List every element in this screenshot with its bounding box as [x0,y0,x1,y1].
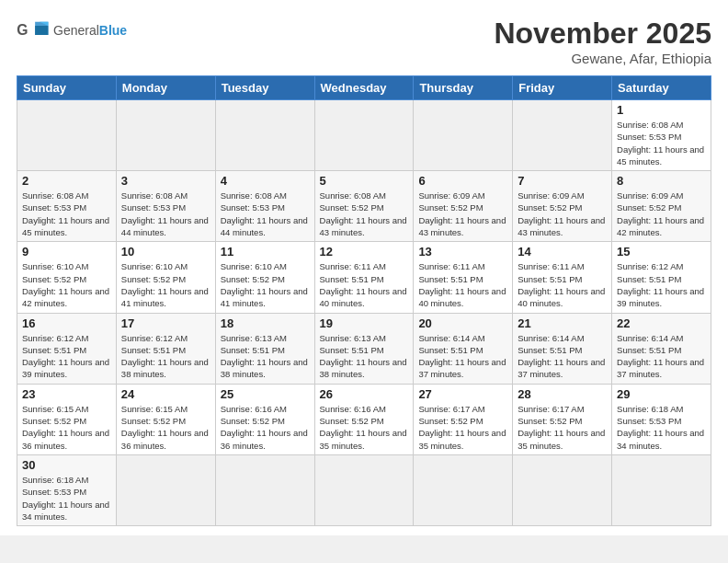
day-number: 22 [617,316,706,330]
day-number: 15 [617,245,706,259]
day-number: 9 [22,245,111,259]
day-info: Sunrise: 6:08 AM Sunset: 5:52 PM Dayligh… [320,190,409,238]
calendar-cell: 17Sunrise: 6:12 AM Sunset: 5:51 PM Dayli… [116,313,215,384]
calendar-cell: 11Sunrise: 6:10 AM Sunset: 5:52 PM Dayli… [215,242,314,313]
calendar-cell: 29Sunrise: 6:18 AM Sunset: 5:53 PM Dayli… [612,384,711,454]
day-number: 24 [121,387,210,401]
day-number: 8 [617,174,706,188]
day-number: 4 [221,174,310,188]
day-info: Sunrise: 6:17 AM Sunset: 5:52 PM Dayligh… [518,403,607,452]
day-number: 27 [418,387,507,401]
day-number: 19 [320,316,409,330]
calendar-cell: 26Sunrise: 6:16 AM Sunset: 5:52 PM Dayli… [314,384,414,454]
calendar-cell [314,100,414,171]
calendar-table: SundayMondayTuesdayWednesdayThursdayFrid… [17,75,711,526]
calendar-cell: 28Sunrise: 6:17 AM Sunset: 5:52 PM Dayli… [513,384,612,454]
calendar-cell: 10Sunrise: 6:10 AM Sunset: 5:52 PM Dayli… [116,242,215,313]
calendar-cell: 27Sunrise: 6:17 AM Sunset: 5:52 PM Dayli… [414,384,513,454]
day-number: 29 [617,387,706,401]
day-info: Sunrise: 6:17 AM Sunset: 5:52 PM Dayligh… [418,403,507,452]
day-number: 5 [320,174,409,188]
day-info: Sunrise: 6:15 AM Sunset: 5:52 PM Dayligh… [121,403,210,452]
calendar-cell: 13Sunrise: 6:11 AM Sunset: 5:51 PM Dayli… [414,242,513,313]
calendar-cell [215,454,314,525]
day-number: 25 [221,387,310,401]
calendar-cell: 19Sunrise: 6:13 AM Sunset: 5:51 PM Dayli… [314,313,414,384]
day-info: Sunrise: 6:11 AM Sunset: 5:51 PM Dayligh… [418,260,507,309]
column-header-monday: Monday [116,76,215,100]
calendar-cell: 18Sunrise: 6:13 AM Sunset: 5:51 PM Dayli… [215,313,314,384]
calendar-cell: 25Sunrise: 6:16 AM Sunset: 5:52 PM Dayli… [215,384,314,454]
column-header-wednesday: Wednesday [314,76,414,100]
calendar-cell: 22Sunrise: 6:14 AM Sunset: 5:51 PM Dayli… [612,313,711,384]
day-number: 6 [418,174,507,188]
column-header-tuesday: Tuesday [215,76,314,100]
calendar-cell: 7Sunrise: 6:09 AM Sunset: 5:52 PM Daylig… [513,171,612,242]
day-info: Sunrise: 6:16 AM Sunset: 5:52 PM Dayligh… [221,403,310,452]
calendar-cell: 3Sunrise: 6:08 AM Sunset: 5:53 PM Daylig… [116,171,215,242]
calendar-title: November 2025 [494,17,711,51]
day-info: Sunrise: 6:11 AM Sunset: 5:51 PM Dayligh… [320,260,409,309]
day-info: Sunrise: 6:18 AM Sunset: 5:53 PM Dayligh… [22,474,111,523]
logo-blue: Blue [99,23,127,38]
day-info: Sunrise: 6:12 AM Sunset: 5:51 PM Dayligh… [121,332,210,381]
day-info: Sunrise: 6:08 AM Sunset: 5:53 PM Dayligh… [121,190,210,238]
day-number: 23 [22,387,111,401]
column-header-saturday: Saturday [612,76,711,100]
calendar-cell: 6Sunrise: 6:09 AM Sunset: 5:52 PM Daylig… [414,171,513,242]
svg-text:G: G [17,22,28,38]
logo-general: General [53,23,99,38]
calendar-cell: 30Sunrise: 6:18 AM Sunset: 5:53 PM Dayli… [17,454,117,525]
calendar-week-row: 2Sunrise: 6:08 AM Sunset: 5:53 PM Daylig… [17,171,711,242]
calendar-week-row: 1Sunrise: 6:08 AM Sunset: 5:53 PM Daylig… [17,100,711,171]
calendar-cell: 9Sunrise: 6:10 AM Sunset: 5:52 PM Daylig… [17,242,117,313]
day-info: Sunrise: 6:15 AM Sunset: 5:52 PM Dayligh… [22,403,111,452]
logo: G GeneralBlue [17,17,127,44]
day-number: 3 [121,174,210,188]
column-header-friday: Friday [513,76,612,100]
calendar-cell: 23Sunrise: 6:15 AM Sunset: 5:52 PM Dayli… [17,384,117,454]
calendar-cell [215,100,314,171]
day-info: Sunrise: 6:18 AM Sunset: 5:53 PM Dayligh… [617,403,706,452]
day-info: Sunrise: 6:08 AM Sunset: 5:53 PM Dayligh… [221,190,310,238]
logo-icon: G [17,17,50,44]
day-info: Sunrise: 6:11 AM Sunset: 5:51 PM Dayligh… [518,260,607,309]
header: G GeneralBlue November 2025 Gewane, Afar… [17,17,711,66]
day-number: 30 [22,458,111,472]
day-info: Sunrise: 6:14 AM Sunset: 5:51 PM Dayligh… [518,332,607,381]
day-info: Sunrise: 6:09 AM Sunset: 5:52 PM Dayligh… [617,190,706,238]
svg-marker-2 [35,26,48,35]
day-number: 18 [221,316,310,330]
day-info: Sunrise: 6:08 AM Sunset: 5:53 PM Dayligh… [617,119,706,167]
calendar-cell [513,454,612,525]
day-number: 17 [121,316,210,330]
day-number: 12 [320,245,409,259]
calendar-cell [116,454,215,525]
day-info: Sunrise: 6:13 AM Sunset: 5:51 PM Dayligh… [320,332,409,381]
day-info: Sunrise: 6:09 AM Sunset: 5:52 PM Dayligh… [418,190,507,238]
day-info: Sunrise: 6:16 AM Sunset: 5:52 PM Dayligh… [320,403,409,452]
calendar-cell: 14Sunrise: 6:11 AM Sunset: 5:51 PM Dayli… [513,242,612,313]
day-number: 20 [418,316,507,330]
day-number: 21 [518,316,607,330]
calendar-cell [116,100,215,171]
day-number: 2 [22,174,111,188]
title-block: November 2025 Gewane, Afar, Ethiopia [494,17,711,66]
calendar-cell: 21Sunrise: 6:14 AM Sunset: 5:51 PM Dayli… [513,313,612,384]
calendar-week-row: 30Sunrise: 6:18 AM Sunset: 5:53 PM Dayli… [17,454,711,525]
calendar-header-row: SundayMondayTuesdayWednesdayThursdayFrid… [17,76,711,100]
day-number: 7 [518,174,607,188]
calendar-cell [414,454,513,525]
day-number: 14 [518,245,607,259]
day-info: Sunrise: 6:10 AM Sunset: 5:52 PM Dayligh… [221,260,310,309]
day-number: 16 [22,316,111,330]
day-number: 11 [221,245,310,259]
day-info: Sunrise: 6:10 AM Sunset: 5:52 PM Dayligh… [121,260,210,309]
page: G GeneralBlue November 2025 Gewane, Afar… [0,0,728,535]
day-number: 1 [617,103,706,117]
day-info: Sunrise: 6:12 AM Sunset: 5:51 PM Dayligh… [22,332,111,381]
calendar-cell: 15Sunrise: 6:12 AM Sunset: 5:51 PM Dayli… [612,242,711,313]
calendar-week-row: 16Sunrise: 6:12 AM Sunset: 5:51 PM Dayli… [17,313,711,384]
column-header-sunday: Sunday [17,76,117,100]
calendar-cell [612,454,711,525]
